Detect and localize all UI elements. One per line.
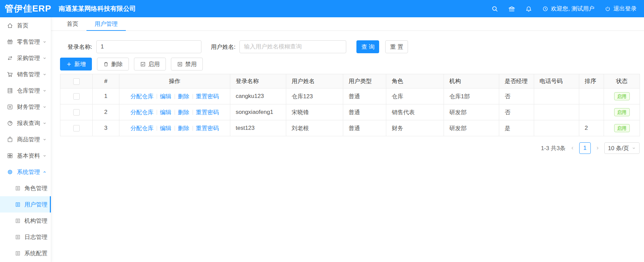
grid-icon — [7, 153, 13, 159]
warehouse-icon — [7, 87, 13, 94]
action-edit[interactable]: 编辑 — [160, 109, 172, 116]
user-name-input[interactable] — [239, 40, 346, 53]
action-delete[interactable]: 删除 — [178, 93, 190, 100]
cell-index: 2 — [93, 104, 119, 120]
cell-login: songxiaofeng1 — [230, 104, 286, 120]
row-checkbox[interactable] — [73, 109, 80, 116]
bank-icon[interactable] — [508, 5, 515, 12]
sidebar-item-sys-config[interactable]: 系统配置 — [0, 245, 51, 261]
action-reset-password[interactable]: 重置密码 — [196, 109, 219, 116]
sidebar-item-finance[interactable]: 财务管理 — [0, 99, 51, 115]
divider — [157, 94, 157, 99]
bag-icon — [7, 136, 13, 143]
welcome-user[interactable]: 欢迎您, 测试用户 — [542, 5, 594, 13]
sidebar-item-user-mgmt[interactable]: 用户管理 — [0, 196, 51, 213]
search-icon[interactable] — [491, 5, 498, 12]
bell-icon[interactable] — [525, 5, 532, 12]
action-edit[interactable]: 编辑 — [160, 93, 172, 100]
add-button[interactable]: 新增 — [60, 58, 92, 70]
sidebar-item-retail[interactable]: 零售管理 — [0, 34, 51, 50]
welcome-text: 欢迎您, 测试用户 — [551, 5, 594, 13]
action-reset-password[interactable]: 重置密码 — [196, 125, 219, 132]
cell-status: 启用 — [604, 88, 640, 104]
chevron-down-icon — [42, 56, 47, 60]
gift-icon — [7, 39, 13, 45]
page-size-value: 10 条/页 — [608, 144, 629, 152]
page-size-select[interactable]: 10 条/页 — [604, 142, 640, 154]
sidebar-item-system[interactable]: 系统管理 — [0, 164, 51, 180]
action-delete[interactable]: 删除 — [178, 125, 190, 132]
sidebar-item-sales[interactable]: 销售管理 — [0, 66, 51, 82]
sidebar-item-org-mgmt[interactable]: 机构管理 — [0, 213, 51, 229]
sidebar-item-role-mgmt[interactable]: 角色管理 — [0, 180, 51, 196]
toolbar: 新增 删除 启用 禁用 — [60, 58, 640, 70]
logout-button[interactable]: 退出登录 — [605, 5, 637, 13]
cell-phone — [534, 88, 579, 104]
select-all-checkbox[interactable] — [73, 78, 80, 85]
tab-home[interactable]: 首页 — [59, 17, 86, 31]
trash-icon — [103, 61, 109, 67]
chevron-down-icon — [42, 88, 47, 93]
next-page-icon[interactable] — [595, 145, 600, 151]
cell-org: 研发部 — [444, 104, 499, 120]
sidebar-item-warehouse[interactable]: 仓库管理 — [0, 82, 51, 99]
chevron-down-icon — [42, 137, 47, 142]
enable-button[interactable]: 启用 — [134, 58, 166, 70]
sidebar-item-label: 仓库管理 — [17, 87, 42, 95]
disable-button[interactable]: 禁用 — [171, 58, 203, 70]
row-checkbox[interactable] — [73, 125, 80, 132]
query-button[interactable]: 查 询 — [356, 40, 379, 53]
cell-status: 启用 — [604, 120, 640, 136]
col-name: 用户姓名 — [286, 74, 343, 88]
page-number[interactable]: 1 — [579, 142, 591, 154]
sidebar-item-log-mgmt[interactable]: 日志管理 — [0, 229, 51, 245]
cell-sort — [579, 88, 604, 104]
divider — [193, 94, 193, 99]
action-edit[interactable]: 编辑 — [160, 125, 172, 132]
sidebar-item-basedata[interactable]: 基本资料 — [0, 147, 51, 164]
chevron-down-icon — [42, 105, 47, 109]
sidebar-item-reports[interactable]: 报表查询 — [0, 115, 51, 131]
action-reset-password[interactable]: 重置密码 — [196, 93, 219, 100]
login-name-input[interactable] — [96, 40, 201, 53]
cell-status: 启用 — [604, 104, 640, 120]
header-actions: 欢迎您, 测试用户 退出登录 — [491, 5, 644, 13]
sidebar-item-label: 系统管理 — [17, 168, 42, 176]
sidebar-item-label: 日志管理 — [24, 233, 47, 241]
sidebar: 首页 零售管理 采购管理 销售管理 — [0, 17, 51, 262]
sidebar-item-home[interactable]: 首页 — [0, 17, 51, 34]
chevron-down-icon — [42, 72, 47, 77]
sidebar-item-label: 系统配置 — [24, 249, 47, 257]
col-role: 角色 — [386, 74, 444, 88]
cell-index: 3 — [93, 120, 119, 136]
reset-button[interactable]: 重 置 — [385, 40, 408, 53]
cell-phone — [534, 104, 579, 120]
action-assign-warehouse[interactable]: 分配仓库 — [131, 109, 154, 116]
action-assign-warehouse[interactable]: 分配仓库 — [131, 93, 154, 100]
status-badge: 启用 — [614, 108, 630, 117]
finance-icon — [7, 104, 13, 110]
plus-icon — [66, 61, 72, 67]
col-index: # — [93, 74, 119, 88]
divider — [157, 126, 157, 131]
cell-role: 财务 — [386, 120, 444, 136]
action-delete[interactable]: 删除 — [178, 109, 190, 116]
pagination: 1-3 共3条 1 10 条/页 — [60, 142, 640, 154]
sidebar-item-goods[interactable]: 商品管理 — [0, 131, 51, 147]
logout-label: 退出登录 — [613, 5, 637, 13]
main-area: 首页 用户管理 登录名称: 用户姓名: 查 询 重 置 新增 — [51, 17, 644, 262]
cell-phone — [534, 120, 579, 136]
login-name-label: 登录名称: — [67, 43, 92, 51]
sidebar-item-label: 首页 — [17, 22, 47, 29]
sidebar-item-purchase[interactable]: 采购管理 — [0, 50, 51, 66]
chevron-down-icon — [42, 154, 47, 158]
delete-button[interactable]: 删除 — [97, 58, 129, 70]
doc-icon — [15, 218, 21, 224]
row-checkbox[interactable] — [73, 93, 80, 100]
divider — [175, 126, 175, 131]
action-assign-warehouse[interactable]: 分配仓库 — [131, 125, 154, 132]
prev-page-icon[interactable] — [570, 145, 575, 151]
disable-label: 禁用 — [185, 60, 197, 68]
tab-user-mgmt[interactable]: 用户管理 — [86, 17, 126, 31]
app-logo: 管伊佳ERP — [0, 3, 51, 15]
